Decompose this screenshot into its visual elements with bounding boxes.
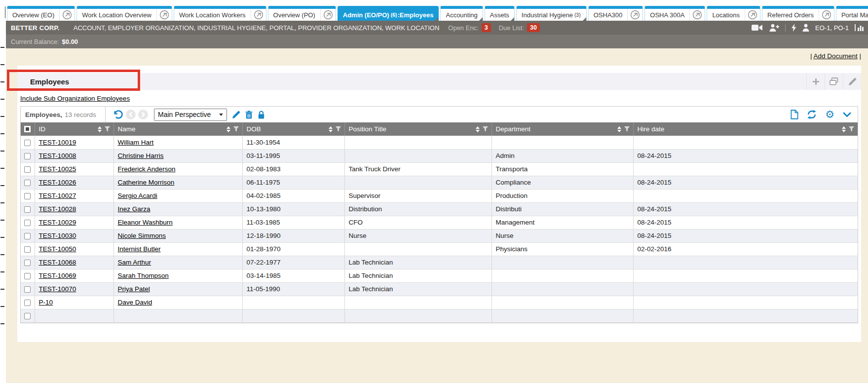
sort-icon[interactable]	[226, 124, 230, 134]
employee-name-link[interactable]: Eleanor Washburn	[118, 219, 173, 226]
collapse-chevron-icon[interactable]	[843, 112, 851, 117]
person-icon[interactable]	[802, 24, 809, 32]
employee-id-link[interactable]: TEST-10070	[39, 285, 76, 293]
add-document-link[interactable]: Add Document	[813, 52, 857, 60]
filter-funnel-icon[interactable]	[624, 126, 630, 132]
open-in-new-icon[interactable]	[627, 9, 642, 21]
column-header-department[interactable]: Department	[491, 122, 633, 136]
tab-locations[interactable]: Locations	[707, 6, 760, 21]
person-add-icon[interactable]	[769, 24, 779, 32]
select-all-header[interactable]	[21, 122, 35, 136]
column-header-dob[interactable]: DOB	[242, 122, 344, 136]
employee-id-link[interactable]: TEST-10050	[39, 245, 76, 253]
open-in-new-icon[interactable]	[745, 9, 760, 21]
employee-id-link[interactable]: TEST-10019	[39, 139, 76, 146]
bar-chart-icon[interactable]	[855, 24, 864, 31]
open-in-new-icon[interactable]	[156, 9, 172, 21]
employee-name-link[interactable]: Sam Arthur	[118, 259, 151, 266]
employee-id-link[interactable]: TEST-10008	[39, 152, 76, 159]
sort-icon[interactable]	[617, 124, 621, 134]
tab-osha300[interactable]: OSHA300	[588, 6, 643, 21]
row-checkbox[interactable]	[24, 246, 31, 253]
sort-icon[interactable]	[329, 124, 333, 134]
settings-gear-icon[interactable]: ⚙	[825, 110, 834, 119]
tab-overview-eo[interactable]: Overview (EO)	[7, 6, 75, 21]
column-header-position-title[interactable]: Position Title	[344, 122, 491, 136]
employee-name-link[interactable]: Catherine Morrison	[118, 179, 175, 186]
perspective-select[interactable]: Main Perspective	[154, 109, 227, 121]
tab-accounting[interactable]: Accounting	[440, 6, 483, 21]
edit-pencil-icon[interactable]	[843, 73, 861, 90]
open-enc-badge[interactable]: 3	[482, 23, 491, 32]
row-checkbox[interactable]	[24, 273, 31, 279]
open-in-new-icon[interactable]	[59, 9, 75, 21]
employee-name-link[interactable]: Nicole Simmons	[118, 232, 166, 239]
filter-funnel-icon[interactable]	[335, 126, 341, 132]
tab-osha-300a[interactable]: OSHA 300A	[644, 6, 705, 21]
sort-icon[interactable]	[98, 124, 102, 134]
row-checkbox[interactable]	[24, 286, 31, 293]
employee-name-link[interactable]: Sarah Thompson	[118, 272, 169, 279]
due-list-badge[interactable]: 30	[527, 23, 540, 32]
employee-id-link[interactable]: P-10	[39, 299, 53, 306]
tab-overview-po[interactable]: Overview (PO)	[268, 6, 336, 21]
row-checkbox[interactable]	[24, 233, 31, 239]
user-context-label[interactable]: EO-1, PO-1	[815, 24, 849, 32]
employee-id-link[interactable]: TEST-10068	[39, 259, 76, 266]
employee-name-link[interactable]: Internist Butler	[118, 245, 161, 253]
row-checkbox[interactable]	[24, 206, 31, 213]
next-page-icon[interactable]	[138, 110, 148, 119]
employee-name-link[interactable]: Christine Harris	[118, 152, 164, 159]
row-checkbox[interactable]	[24, 220, 31, 226]
employee-id-link[interactable]: TEST-10030	[39, 232, 76, 239]
open-in-new-icon[interactable]	[819, 9, 834, 21]
open-in-new-icon[interactable]	[320, 9, 336, 21]
row-checkbox[interactable]	[24, 193, 31, 199]
employee-name-link[interactable]: Inez Garza	[118, 205, 151, 213]
column-header-hire-date[interactable]: Hire date	[633, 122, 858, 136]
select-all-checkbox[interactable]	[24, 126, 31, 132]
trash-icon[interactable]	[245, 111, 253, 119]
employee-id-link[interactable]: TEST-10027	[39, 192, 76, 199]
undo-icon[interactable]	[113, 110, 123, 120]
row-checkbox[interactable]	[24, 153, 31, 159]
include-sub-org-link[interactable]: Include Sub Organization Employees	[20, 95, 130, 102]
row-checkbox[interactable]	[24, 140, 31, 146]
tab-referred-orders[interactable]: Referred Orders	[762, 6, 834, 21]
refresh-icon[interactable]	[807, 110, 817, 119]
row-checkbox[interactable]	[24, 300, 31, 306]
row-checkbox[interactable]	[24, 166, 31, 173]
employee-id-link[interactable]: TEST-10069	[39, 272, 76, 279]
filter-funnel-icon[interactable]	[104, 126, 111, 132]
filter-funnel-icon[interactable]	[848, 126, 855, 132]
employee-name-link[interactable]: Sergio Acardi	[118, 192, 157, 199]
column-header-name[interactable]: Name	[113, 122, 242, 136]
tab-industrial-hygiene[interactable]: Industrial Hygiene(3)	[516, 6, 587, 21]
lock-icon[interactable]	[258, 111, 265, 119]
tab-portal-manage[interactable]: Portal Manage	[836, 6, 868, 21]
employee-name-link[interactable]: William Hart	[118, 139, 154, 146]
row-checkbox[interactable]	[24, 180, 31, 186]
open-in-new-icon[interactable]	[251, 9, 266, 21]
employee-name-link[interactable]: Frederick Anderson	[118, 165, 176, 173]
prev-page-icon[interactable]	[126, 110, 136, 119]
tab-work-location-overview[interactable]: Work Location Overview	[76, 6, 172, 21]
tab-work-location-workers[interactable]: Work Location Workers	[174, 6, 266, 21]
sort-icon[interactable]	[476, 124, 480, 134]
employee-id-link[interactable]: TEST-10025	[39, 165, 76, 173]
employee-id-link[interactable]: TEST-10026	[39, 179, 76, 186]
open-in-new-icon[interactable]	[689, 9, 705, 21]
edit-perspective-icon[interactable]	[232, 111, 240, 119]
video-camera-icon[interactable]	[752, 24, 763, 31]
filter-funnel-icon[interactable]	[233, 126, 239, 132]
sort-icon[interactable]	[842, 124, 846, 134]
filter-funnel-icon[interactable]	[482, 126, 489, 132]
add-plus-icon[interactable]	[806, 73, 825, 90]
employee-id-link[interactable]: TEST-10029	[39, 219, 76, 226]
employee-id-link[interactable]: TEST-10028	[39, 205, 76, 213]
employee-name-link[interactable]: Priya Patel	[118, 285, 150, 293]
lightning-icon[interactable]	[792, 24, 796, 32]
column-header-id[interactable]: ID	[35, 122, 113, 136]
tab-admin-eo-po[interactable]: Admin (EO/PO)(6):Employees	[338, 6, 439, 21]
copy-pages-icon[interactable]	[825, 73, 843, 90]
